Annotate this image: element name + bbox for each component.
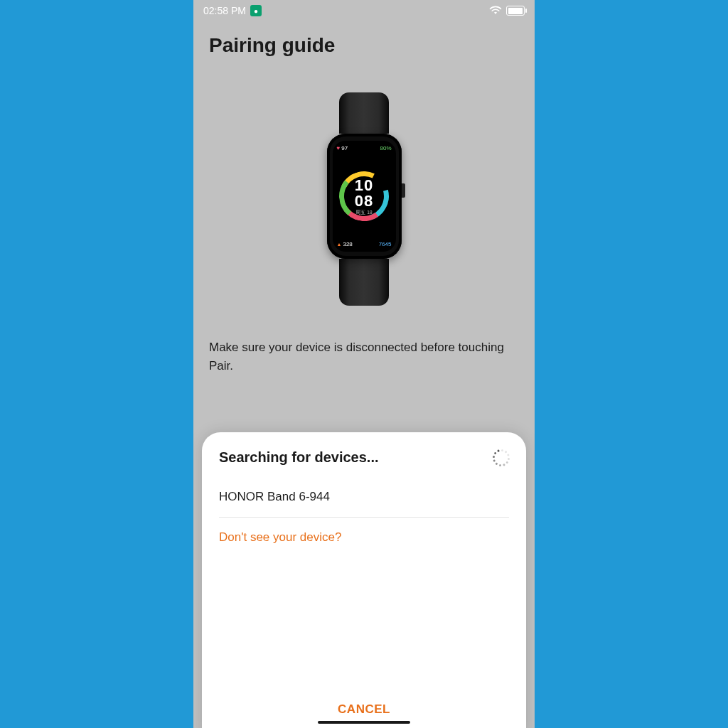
sheet-title: Searching for devices...	[219, 449, 379, 466]
watch-clock-minutes: 08	[355, 193, 373, 209]
battery-icon	[506, 6, 525, 16]
fitness-band-illustration: 97 80% 10 08 周五 18	[314, 92, 414, 306]
loading-spinner-icon	[493, 450, 509, 466]
status-time: 02:58 PM	[203, 5, 246, 16]
home-indicator[interactable]	[318, 721, 410, 724]
watch-clock-date: 周五 18	[355, 210, 373, 215]
watch-calories: 328	[337, 241, 353, 247]
status-right	[489, 5, 525, 17]
device-list-item[interactable]: HONOR Band 6-944	[219, 486, 509, 518]
phone-frame: 02:58 PM ● Pairing guide	[193, 0, 535, 728]
device-name: HONOR Band 6-944	[219, 490, 330, 503]
help-link[interactable]: Don't see your device?	[219, 518, 509, 557]
cancel-button[interactable]: CANCEL	[219, 692, 509, 724]
wifi-icon	[489, 5, 502, 17]
status-app-icon: ●	[250, 5, 262, 16]
watch-battery: 80%	[380, 145, 391, 151]
app-indicator-glyph: ●	[254, 7, 258, 15]
device-image: 97 80% 10 08 周五 18	[193, 64, 535, 327]
watch-clock-hours: 10	[355, 178, 373, 193]
watch-heart-rate: 97	[337, 145, 348, 151]
pairing-instruction: Make sure your device is disconnected be…	[193, 327, 535, 375]
status-left: 02:58 PM ●	[203, 5, 262, 16]
search-devices-sheet: Searching for devices... HONOR Band 6-94…	[202, 432, 526, 728]
status-bar: 02:58 PM ●	[193, 0, 535, 21]
page-title: Pairing guide	[193, 21, 535, 64]
watch-steps: 7645	[379, 241, 392, 247]
